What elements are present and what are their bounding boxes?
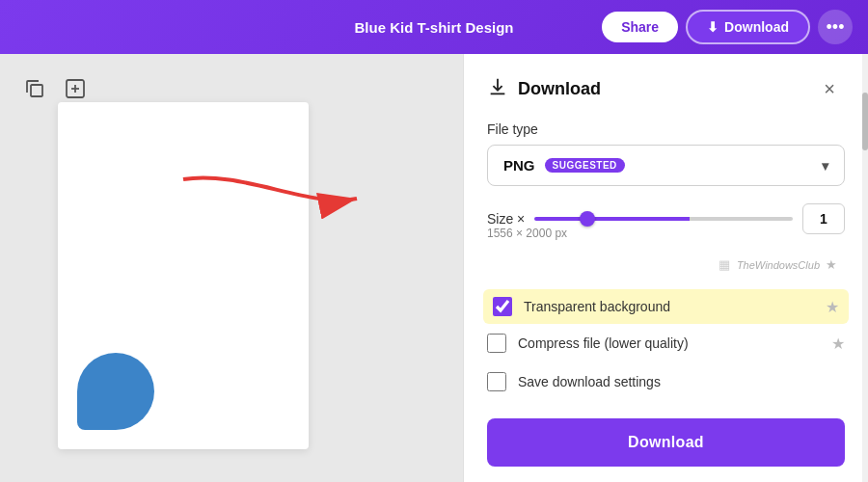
- shirt-design: [77, 353, 154, 430]
- canvas-white: [58, 102, 309, 449]
- canvas-toolbar: [19, 73, 91, 104]
- watermark-icon: ▦: [719, 257, 731, 272]
- chevron-down-icon: ▾: [822, 158, 828, 174]
- watermark-area: ▦ TheWindowsClub ★: [487, 257, 845, 272]
- save-settings-option: Save download settings: [487, 362, 845, 401]
- compress-label: Compress file (lower quality): [518, 335, 689, 351]
- transparent-star-icon[interactable]: ★: [826, 298, 839, 316]
- size-slider[interactable]: [534, 217, 793, 221]
- share-button[interactable]: Share: [602, 12, 678, 42]
- header-download-button[interactable]: ⬇ Download: [686, 10, 810, 44]
- panel-scrollbar: [862, 54, 868, 482]
- file-type-dropdown[interactable]: PNG SUGGESTED ▾: [487, 145, 845, 186]
- transparent-checkbox[interactable]: [493, 297, 512, 316]
- download-panel: Download × File type PNG SUGGESTED ▾ Siz…: [463, 54, 868, 482]
- header-actions: Share ⬇ Download •••: [602, 10, 853, 44]
- compress-star-icon[interactable]: ★: [831, 335, 845, 353]
- size-dimensions: 1556 × 2000 px: [487, 227, 845, 240]
- suggested-badge: SUGGESTED: [545, 158, 625, 173]
- more-options-button[interactable]: •••: [818, 10, 853, 44]
- size-section: Size × 1556 × 2000 px: [487, 203, 845, 240]
- more-icon: •••: [827, 17, 845, 38]
- transparent-background-option: Transparent background ★: [483, 289, 849, 324]
- save-settings-checkbox[interactable]: [487, 372, 506, 391]
- file-type-section: File type PNG SUGGESTED ▾: [487, 121, 845, 186]
- compress-checkbox-wrapper[interactable]: [487, 334, 506, 353]
- transparent-label: Transparent background: [524, 299, 670, 314]
- close-panel-button[interactable]: ×: [814, 73, 845, 104]
- main-content: Download × File type PNG SUGGESTED ▾ Siz…: [0, 54, 868, 482]
- size-label: Size ×: [487, 211, 525, 227]
- panel-title-group: Download: [487, 76, 601, 102]
- watermark-star-icon: ★: [826, 257, 837, 272]
- panel-title-text: Download: [518, 79, 601, 99]
- document-title: Blue Kid T-shirt Design: [354, 19, 513, 36]
- size-input[interactable]: [802, 203, 845, 234]
- panel-header: Download ×: [487, 73, 845, 104]
- canvas-area: [0, 54, 463, 482]
- options-section: Transparent background ★ Compress file (…: [487, 289, 845, 401]
- compress-file-option: Compress file (lower quality) ★: [487, 324, 845, 362]
- file-type-value: PNG: [503, 157, 535, 174]
- transparent-checkbox-wrapper[interactable]: [493, 297, 512, 316]
- download-icon: ⬇: [707, 19, 719, 35]
- file-type-label: File type: [487, 121, 845, 137]
- main-download-button[interactable]: Download: [487, 418, 845, 467]
- save-settings-label: Save download settings: [518, 374, 661, 389]
- compress-checkbox[interactable]: [487, 334, 506, 353]
- svg-rect-0: [31, 85, 42, 96]
- watermark-text: TheWindowsClub: [737, 259, 820, 271]
- add-frame-icon[interactable]: [60, 73, 91, 104]
- app-header: Blue Kid T-shirt Design Share ⬇ Download…: [0, 0, 868, 54]
- copy-frame-icon[interactable]: [19, 73, 50, 104]
- file-type-left: PNG SUGGESTED: [503, 157, 625, 174]
- scrollbar-thumb[interactable]: [862, 93, 868, 150]
- download-panel-icon: [487, 76, 508, 102]
- save-settings-checkbox-wrapper[interactable]: [487, 372, 506, 391]
